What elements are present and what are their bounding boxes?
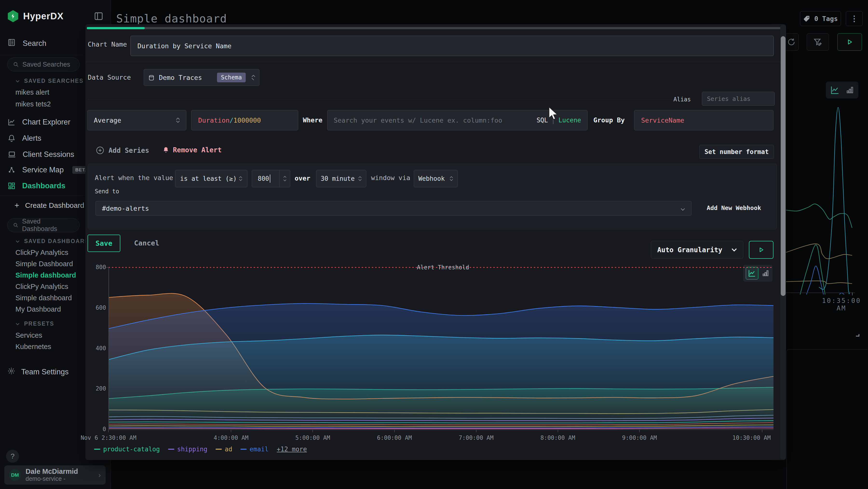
mini-chart-time-label: 10:35:00 AM (820, 297, 863, 312)
divider (88, 99, 672, 100)
set-number-format-button[interactable]: Set number format (699, 145, 774, 159)
preset-item-kubernetes[interactable]: Kubernetes (16, 343, 51, 351)
legend-item-product-catalog[interactable]: product-catalog (94, 445, 160, 453)
group-by-input[interactable]: ServiceName (634, 110, 774, 130)
sidebar-item-chart-explorer[interactable]: Chart Explorer (7, 118, 70, 126)
select-chevrons-icon (251, 75, 255, 80)
x-tick-label: 9:00:00 AM (622, 434, 657, 441)
sidebar-item-service-map[interactable]: Service MapBETA (7, 166, 91, 174)
saved-search-item[interactable]: mikes alert (16, 88, 49, 96)
alert-condition-select[interactable]: is at least (≥) (175, 170, 247, 187)
alert-threshold-input[interactable]: 800 (252, 170, 290, 187)
resize-handle[interactable] (856, 334, 859, 337)
saved-dashboard-item[interactable]: Simple dashboard (16, 271, 76, 279)
granularity-select[interactable]: Auto Granularity (651, 241, 743, 259)
saved-dashboards-input[interactable]: Saved Dashboards (7, 218, 80, 232)
panel-icon (94, 11, 104, 21)
text-caret (270, 174, 270, 183)
cancel-button[interactable]: Cancel (134, 239, 159, 247)
brand[interactable]: HyperDX (7, 10, 64, 22)
filter-button[interactable] (807, 33, 829, 51)
saved-dashboard-item[interactable]: My Dashboard (16, 305, 61, 313)
save-button[interactable]: Save (88, 235, 120, 252)
x-tick-label: Nov 6 2:30:00 AM (81, 434, 136, 441)
sidebar-item-dashboards[interactable]: Dashboards (7, 181, 65, 190)
refresh-button[interactable] (784, 33, 799, 51)
select-chevrons-icon (176, 118, 180, 123)
sidebar-toggle-button[interactable] (93, 10, 104, 22)
formula-input[interactable]: Duration/1000000 (191, 110, 298, 130)
aggregation-select[interactable]: Average (87, 110, 186, 130)
x-tick-label: 7:00:00 AM (459, 434, 494, 441)
laptop-icon (7, 150, 17, 159)
legend-more-link[interactable]: +12 more (277, 445, 307, 453)
saved-search-item[interactable]: mikes tets2 (16, 100, 51, 108)
sidebar-item-alerts[interactable]: Alerts (7, 134, 41, 143)
user-name: Dale McDiarmid (26, 468, 78, 476)
legend-swatch (216, 449, 222, 450)
saved-dashboard-item[interactable]: Simple Dashboard (16, 260, 73, 268)
saved-searches-header[interactable]: SAVED SEARCHES (15, 78, 84, 84)
add-new-webhook-button[interactable]: Add New Webhook (707, 204, 761, 211)
saved-searches-placeholder: Saved Searches (23, 61, 70, 68)
saved-searches-input[interactable]: Saved Searches (7, 57, 80, 71)
send-to-label: Send to (95, 188, 119, 195)
background-play-button[interactable] (837, 33, 862, 51)
gear-icon (7, 367, 16, 377)
alias-label: Alias (674, 96, 691, 103)
alert-prefix-label: Alert when the value (95, 174, 173, 181)
window-via-label: window via (371, 174, 410, 181)
run-chart-button[interactable] (749, 241, 774, 259)
preset-item-services[interactable]: Services (16, 332, 42, 339)
sidebar-item-label: Search (23, 39, 46, 48)
x-tick-label: 4:00:00 AM (214, 434, 249, 441)
alert-window-select[interactable]: 30 minute (316, 170, 366, 187)
add-series-button[interactable]: Add Series (95, 146, 149, 155)
stepper-up-icon[interactable] (283, 176, 286, 178)
progress-fill (87, 27, 145, 29)
create-dashboard-button[interactable]: Create Dashboard (13, 201, 84, 209)
sidebar-item-team-settings[interactable]: Team Settings (7, 367, 68, 377)
tags-button[interactable]: 0 Tags (800, 11, 841, 26)
more-options-button[interactable]: ⋮ (846, 11, 863, 26)
alert-channel-select[interactable]: Webhook (414, 170, 458, 187)
saved-dashboard-item[interactable]: Simple dashboard (16, 294, 72, 302)
alias-input[interactable]: Series alias (702, 92, 775, 106)
kebab-icon: ⋮ (850, 14, 858, 23)
hyperdx-logo-icon (7, 10, 19, 22)
remove-alert-button[interactable]: Remove Alert (162, 146, 222, 154)
x-tick-label: 8:00:00 AM (540, 434, 575, 441)
over-label: over (294, 174, 310, 182)
sql-mode[interactable]: SQL (536, 117, 548, 124)
y-axis-tick (106, 267, 108, 268)
chart-name-input[interactable]: Duration by Service Name (130, 36, 774, 56)
help-button[interactable]: ? (6, 450, 19, 463)
x-tick-mark (558, 430, 558, 432)
bar-chart-icon (845, 85, 855, 95)
presets-header[interactable]: PRESETS (15, 320, 54, 327)
x-tick-mark (762, 430, 763, 432)
legend-item-email[interactable]: email (240, 445, 268, 453)
modal-scrollbar-thumb[interactable] (781, 36, 785, 296)
stepper-down-icon[interactable] (283, 179, 286, 181)
webhook-select[interactable]: #demo-alerts (95, 201, 691, 215)
bell-icon (162, 146, 169, 154)
lucene-mode[interactable]: Lucene (558, 117, 581, 124)
data-source-select[interactable]: Demo Traces Schema (144, 69, 259, 86)
sidebar-item-client-sessions[interactable]: Client Sessions (7, 150, 74, 159)
filter-edit-icon (813, 37, 823, 47)
number-stepper[interactable] (279, 170, 290, 187)
search-doc-icon (7, 38, 16, 49)
legend-item-ad[interactable]: ad (216, 445, 232, 453)
mini-series-bump-green (797, 245, 827, 294)
legend-item-shipping[interactable]: shipping (168, 445, 207, 453)
saved-dashboard-item[interactable]: ClickPy Analytics (16, 283, 68, 291)
user-menu[interactable]: DM Dale McDiarmid demo-service - › (4, 465, 105, 485)
timeseries-chart[interactable] (108, 265, 774, 432)
background-chart-type-toggle[interactable] (826, 82, 858, 98)
saved-dashboards-header[interactable]: SAVED DASHBOARDS (15, 238, 94, 244)
sidebar-item-search[interactable]: Search (7, 38, 46, 49)
y-tick-800: 800 (87, 264, 106, 270)
saved-dashboard-item[interactable]: ClickPy Analytics (16, 249, 68, 257)
alert-config-panel: Alert when the value is at least (≥) 800… (88, 164, 777, 229)
